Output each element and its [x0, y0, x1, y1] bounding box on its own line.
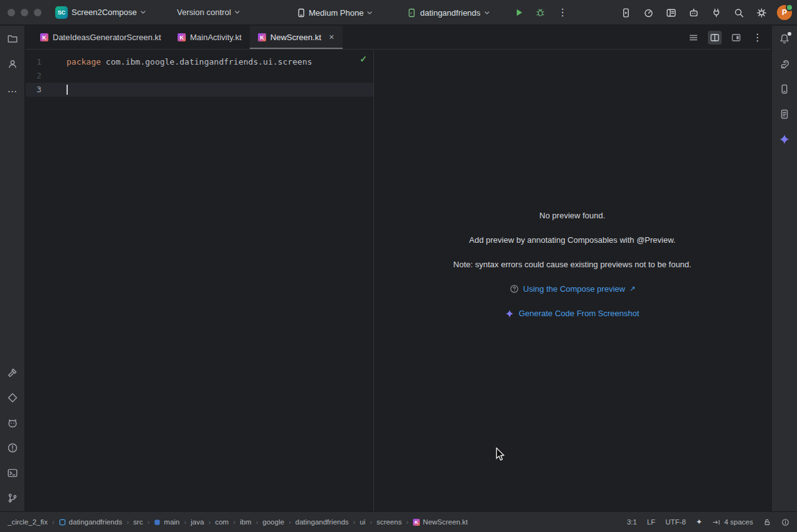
logcat-tool-button[interactable] — [5, 415, 20, 430]
indent-widget[interactable]: 4 spaces — [712, 518, 753, 526]
breadcrumb-item[interactable]: src — [133, 518, 142, 526]
design-view-button[interactable] — [729, 31, 743, 45]
profiler-button[interactable] — [641, 6, 655, 19]
code-editor[interactable]: 1 package com.ibm.google.datingandfriend… — [26, 50, 374, 511]
tool-windows-button[interactable] — [664, 6, 678, 19]
editor-split: 1 package com.ibm.google.datingandfriend… — [26, 50, 771, 511]
editor-view-modes: ⋮ — [687, 26, 771, 49]
chevron-down-icon — [235, 11, 240, 14]
breadcrumb-separator: › — [353, 518, 356, 526]
breadcrumb-item[interactable]: google — [262, 518, 284, 526]
folder-icon — [7, 33, 18, 45]
more-run-options-button[interactable]: ⋮ — [556, 6, 570, 19]
compose-preview-docs-link[interactable]: Using the Compose preview ↗ — [510, 284, 636, 294]
package-path-token: com.ibm.google.datingandfriends.ui.scree… — [101, 57, 313, 66]
breadcrumb-separator: › — [184, 518, 186, 526]
project-tool-button[interactable] — [5, 31, 20, 46]
run-configuration-selector[interactable]: datingandfriends — [402, 6, 494, 20]
close-tab-icon[interactable]: ✕ — [329, 33, 334, 41]
profile-avatar[interactable]: P — [777, 5, 792, 20]
code-line-current[interactable]: 3 — [26, 83, 373, 97]
code-line[interactable]: 1 package com.ibm.google.datingandfriend… — [26, 55, 373, 69]
zoom-window-button[interactable] — [34, 9, 41, 16]
version-control-tool-button[interactable] — [5, 491, 20, 506]
problems-icon — [7, 442, 18, 454]
search-everywhere-button[interactable] — [732, 6, 746, 19]
terminal-icon — [7, 467, 18, 479]
breadcrumb-separator: › — [233, 518, 235, 526]
problems-tool-button[interactable] — [5, 440, 20, 455]
inspection-status-icon[interactable]: ✓ — [360, 54, 367, 64]
breadcrumb-item[interactable]: com — [215, 518, 229, 526]
ai-assistant-button[interactable] — [687, 6, 700, 19]
lock-icon[interactable] — [763, 518, 771, 526]
run-play-icon — [514, 8, 524, 18]
running-devices-button[interactable] — [619, 6, 633, 19]
breadcrumb-item[interactable]: screens — [377, 518, 402, 526]
more-vertical-icon: ⋮ — [558, 8, 568, 18]
notification-dot — [788, 32, 791, 36]
device-selector[interactable]: Medium Phone — [292, 6, 377, 20]
breadcrumb-item[interactable]: main — [154, 518, 179, 526]
breadcrumb-item[interactable]: java — [191, 518, 204, 526]
tool-windows-icon — [666, 8, 677, 18]
tab-newscreen[interactable]: K NewScreen.kt ✕ — [250, 26, 343, 49]
code-line[interactable]: 2 — [26, 69, 373, 83]
project-selector[interactable]: SC Screen2Compose — [50, 4, 151, 21]
app-quality-insights-button[interactable] — [5, 390, 20, 405]
phone-icon — [297, 8, 305, 18]
breadcrumb-item[interactable]: ibm — [240, 518, 252, 526]
ai-assistant-icon — [688, 8, 699, 18]
debug-button[interactable] — [533, 6, 547, 19]
gradle-tool-button[interactable] — [777, 56, 792, 72]
breadcrumb-item[interactable]: datingandfriends — [296, 518, 349, 526]
gemini-status-icon[interactable]: ✦ — [696, 518, 702, 526]
breadcrumb-item[interactable]: ui — [360, 518, 365, 526]
cursor-position-widget[interactable]: 3:1 — [627, 518, 637, 526]
svg-text:K: K — [415, 519, 419, 525]
generate-code-from-screenshot-link[interactable]: Generate Code From Screenshot — [505, 309, 639, 318]
notifications-button[interactable] — [777, 31, 792, 46]
settings-button[interactable] — [754, 6, 768, 19]
split-view-button[interactable] — [708, 31, 722, 45]
line-number: 3 — [26, 83, 67, 97]
minimize-window-button[interactable] — [21, 9, 28, 16]
commit-tool-button[interactable] — [5, 56, 20, 72]
breadcrumb-item[interactable]: datingandfriends — [59, 518, 122, 526]
code-text: package com.ibm.google.datingandfriends.… — [67, 55, 312, 69]
online-status-dot — [786, 4, 793, 11]
code-view-button[interactable] — [687, 31, 700, 45]
editor-options-button[interactable]: ⋮ — [751, 31, 764, 45]
breadcrumb-item-file[interactable]: K NewScreen.kt — [413, 518, 468, 526]
preview-message-hint: Add preview by annotating Composables wi… — [469, 235, 676, 245]
module-icon — [59, 519, 66, 526]
window-controls — [0, 9, 50, 16]
more-tool-windows-button[interactable]: … — [5, 82, 20, 97]
inspections-widget-icon[interactable] — [781, 518, 789, 526]
file-encoding-widget[interactable]: UTF-8 — [665, 518, 686, 526]
run-button[interactable] — [512, 6, 526, 19]
breadcrumb-item[interactable]: _circle_2_fix — [8, 518, 48, 526]
tab-mainactivity[interactable]: K MainActivity.kt — [169, 26, 250, 49]
svg-text:K: K — [179, 35, 184, 41]
build-tool-button[interactable] — [5, 365, 20, 380]
device-explorer-button[interactable] — [777, 107, 792, 122]
device-manager-button[interactable] — [777, 82, 792, 97]
titlebar-actions: P — [619, 0, 792, 25]
app-module-icon — [407, 8, 416, 18]
terminal-tool-button[interactable] — [5, 466, 20, 481]
debug-bug-icon — [535, 8, 545, 18]
version-control-widget[interactable]: Version control — [172, 5, 245, 19]
running-devices-icon — [621, 8, 631, 18]
breadcrumb-separator: › — [147, 518, 150, 526]
line-number: 1 — [26, 55, 67, 69]
resource-manager-button[interactable] — [709, 6, 723, 19]
tab-dateideasgeneratorscreen[interactable]: K DateIdeasGeneratorScreen.kt — [32, 26, 169, 49]
close-window-button[interactable] — [8, 9, 15, 16]
version-control-label: Version control — [177, 8, 231, 17]
editor-content[interactable]: 1 package com.ibm.google.datingandfriend… — [26, 55, 373, 97]
line-separator-widget[interactable]: LF — [647, 518, 655, 526]
gemini-tool-button[interactable] — [777, 132, 792, 147]
titlebar: SC Screen2Compose Version control Medium… — [0, 0, 797, 25]
cat-icon — [7, 417, 18, 428]
